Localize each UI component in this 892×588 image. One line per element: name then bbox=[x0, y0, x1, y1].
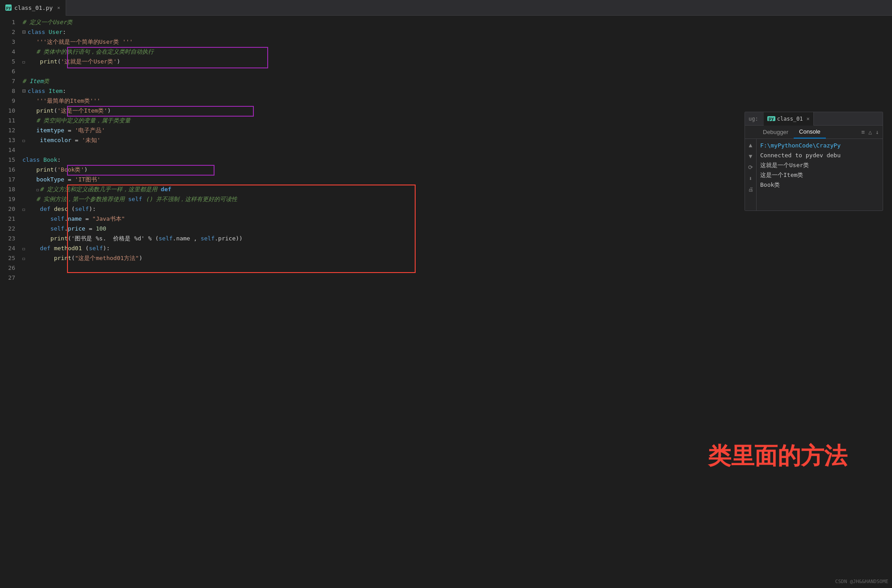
code-token: # bbox=[22, 78, 29, 84]
debug-tab-debugger[interactable]: Debugger bbox=[757, 126, 794, 138]
code-token: = bbox=[85, 225, 96, 232]
debug-tool-up[interactable]: ▲ bbox=[749, 142, 753, 148]
code-line-7: # Item类 bbox=[19, 76, 892, 86]
code-line-2: ⊟class User: bbox=[19, 27, 892, 37]
line-numbers: 1 2 3 4 5 6 7 8 9 10 11 12 13 14 15 16 1… bbox=[0, 16, 19, 588]
code-token: self bbox=[75, 206, 89, 212]
code-token bbox=[22, 107, 36, 114]
code-token bbox=[22, 166, 36, 173]
code-token bbox=[22, 186, 36, 193]
code-line-9: '''最简单的Item类''' bbox=[19, 96, 892, 106]
code-token: ) bbox=[117, 58, 120, 65]
code-token: class bbox=[28, 88, 49, 94]
debug-tool-down[interactable]: ▼ bbox=[749, 153, 753, 160]
line-num: 1 bbox=[0, 17, 15, 27]
fold-icon-20[interactable]: ◻ bbox=[22, 207, 25, 212]
code-token: .name , bbox=[173, 235, 201, 242]
code-token: # 定义一个User类 bbox=[22, 19, 72, 25]
code-token: Item bbox=[49, 88, 63, 94]
line-num: 8 bbox=[0, 86, 15, 96]
line-num: 9 bbox=[0, 96, 15, 106]
line-num: 25 bbox=[0, 253, 15, 263]
code-token: () 并不强制，这样有更好的可读性 bbox=[142, 196, 237, 202]
fold-icon-13[interactable]: ◻ bbox=[22, 138, 25, 143]
fold-icon-5[interactable]: ◻ bbox=[22, 59, 25, 64]
debug-icon-up[interactable]: △ bbox=[868, 129, 872, 135]
code-token: # 类体中的执行语句，会在定义类时自动执行 bbox=[22, 48, 154, 55]
watermark: CSDN @JH&&HANDSOME bbox=[835, 579, 888, 584]
debug-icon-list[interactable]: ≡ bbox=[862, 129, 865, 135]
code-token: = bbox=[64, 176, 75, 183]
debug-tab-console[interactable]: Console bbox=[794, 126, 826, 139]
code-token: ( bbox=[72, 255, 75, 261]
fold-icon-24[interactable]: ◻ bbox=[22, 246, 25, 251]
code-token bbox=[26, 137, 40, 143]
code-token: 'Book类' bbox=[57, 166, 84, 173]
line-num: 24 bbox=[0, 244, 15, 253]
code-token bbox=[22, 235, 50, 242]
code-token bbox=[26, 206, 40, 212]
code-token: Book bbox=[43, 156, 57, 163]
code-token bbox=[22, 127, 36, 134]
debug-left-toolbar: ▲ ▼ ⟳ ⬇ 🖨 bbox=[745, 139, 757, 210]
code-token: '这就是一个User类' bbox=[61, 58, 117, 65]
code-token: class bbox=[22, 156, 43, 163]
code-token: '这是一个Item类' bbox=[57, 107, 107, 114]
debug-file-close[interactable]: × bbox=[807, 116, 810, 122]
debug-output-line-5: Book类 bbox=[760, 180, 879, 190]
code-line-26 bbox=[19, 263, 892, 273]
debug-tool-reload[interactable]: ⟳ bbox=[748, 164, 753, 171]
tab-close-button[interactable]: × bbox=[57, 5, 60, 11]
file-tab[interactable]: py class_01.py × bbox=[0, 0, 66, 16]
code-token: # 定义方法和定义函数几乎一样，这里都是用 bbox=[40, 186, 160, 193]
code-token: = bbox=[64, 127, 75, 134]
code-token: '未知' bbox=[82, 137, 101, 143]
debug-file-icon: py bbox=[767, 116, 775, 121]
code-token bbox=[26, 255, 54, 261]
code-token: '电子产品' bbox=[75, 127, 105, 134]
code-line-8: ⊟class Item: bbox=[19, 86, 892, 96]
code-line-1: # 定义一个User类 bbox=[19, 17, 892, 27]
code-token: # 实例方法，第一个参数推荐使用 bbox=[22, 196, 128, 202]
line-num: 20 bbox=[0, 204, 15, 214]
code-token: : bbox=[57, 156, 61, 163]
line-num: 26 bbox=[0, 263, 15, 273]
code-token: 类 bbox=[43, 78, 49, 84]
code-token: def bbox=[40, 245, 50, 252]
fold-icon-25[interactable]: ◻ bbox=[22, 256, 25, 261]
code-line-24: ◻ def method01 (self): bbox=[19, 244, 892, 253]
code-line-25: ◻ print("这是个method01方法") bbox=[19, 253, 892, 263]
code-lines[interactable]: # 定义一个User类 ⊟class User: '''这个就是一个简单的Use… bbox=[19, 16, 892, 588]
code-token: : bbox=[63, 29, 66, 35]
debug-tool-print[interactable]: 🖨 bbox=[748, 186, 753, 193]
code-token: .price)) bbox=[215, 235, 243, 242]
code-token: 100 bbox=[96, 225, 106, 232]
code-token: method01 bbox=[50, 245, 85, 252]
code-token: : bbox=[63, 88, 66, 94]
code-token: ): bbox=[89, 206, 96, 212]
debug-toolbar-icons: ≡ △ ↓ bbox=[862, 129, 881, 135]
line-num: 13 bbox=[0, 135, 15, 145]
debug-tool-export[interactable]: ⬇ bbox=[749, 175, 753, 182]
debug-file-tab[interactable]: py class_01 × bbox=[764, 112, 814, 126]
code-token: def bbox=[161, 186, 171, 193]
code-token bbox=[22, 215, 50, 222]
code-token: "这是个method01方法" bbox=[75, 255, 139, 261]
code-line-5: ◻ print('这就是一个User类') bbox=[19, 57, 892, 67]
code-token: ('图书是 %s. 价格是 %d' % ( bbox=[68, 235, 159, 242]
code-token: price bbox=[68, 225, 85, 232]
fold-icon-18[interactable]: ◻ bbox=[36, 187, 39, 192]
debug-icon-down[interactable]: ↓ bbox=[875, 129, 879, 135]
code-line-4: # 类体中的执行语句，会在定义类时自动执行 bbox=[19, 47, 892, 57]
code-line-21: self.name = "Java书本" bbox=[19, 214, 892, 224]
fold-icon-8[interactable]: ⊟ bbox=[22, 88, 26, 94]
fold-icon[interactable]: ⊟ bbox=[22, 29, 26, 35]
code-token bbox=[22, 225, 50, 232]
code-token: ( bbox=[72, 206, 75, 212]
debug-panel-tabbar: ug: py class_01 × bbox=[745, 112, 883, 126]
code-token: . bbox=[64, 225, 68, 232]
code-token: ) bbox=[139, 255, 143, 261]
code-token: Item bbox=[29, 78, 43, 84]
code-token: self bbox=[201, 235, 215, 242]
big-annotation-label: 类里面的方法 bbox=[708, 441, 847, 472]
